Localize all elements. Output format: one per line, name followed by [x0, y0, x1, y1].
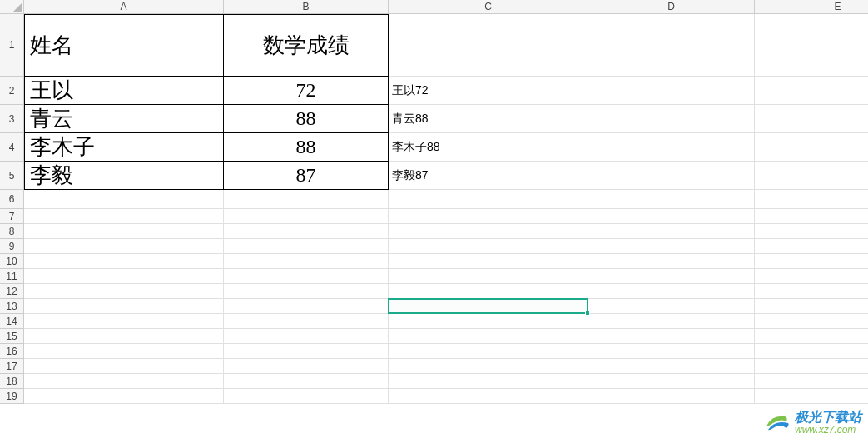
row-header-16[interactable]: 16 [0, 344, 24, 359]
column-header-B[interactable]: B [224, 0, 389, 14]
cell-D5[interactable] [588, 162, 755, 190]
cell-E1[interactable] [755, 14, 868, 77]
row-header-19[interactable]: 19 [0, 389, 24, 404]
cell-D16[interactable] [588, 344, 755, 359]
cell-D19[interactable] [588, 389, 755, 404]
cell-A10[interactable] [24, 254, 224, 269]
row-header-8[interactable]: 8 [0, 224, 24, 239]
cell-E6[interactable] [755, 190, 868, 209]
cell-D9[interactable] [588, 239, 755, 254]
cell-E19[interactable] [755, 389, 868, 404]
cell-C10[interactable] [389, 254, 588, 269]
cell-D7[interactable] [588, 209, 755, 224]
cell-C5[interactable]: 李毅87 [389, 162, 588, 190]
cell-C16[interactable] [389, 344, 588, 359]
row-header-11[interactable]: 11 [0, 269, 24, 284]
cell-A8[interactable] [24, 224, 224, 239]
cell-D6[interactable] [588, 190, 755, 209]
cell-D8[interactable] [588, 224, 755, 239]
cell-B13[interactable] [224, 299, 389, 314]
row-header-18[interactable]: 18 [0, 374, 24, 389]
cell-D13[interactable] [588, 299, 755, 314]
cell-B7[interactable] [224, 209, 389, 224]
cell-A18[interactable] [24, 374, 224, 389]
column-header-C[interactable]: C [389, 0, 588, 14]
cell-C17[interactable] [389, 359, 588, 374]
cell-A19[interactable] [24, 389, 224, 404]
cell-C2[interactable]: 王以72 [389, 77, 588, 105]
cell-A1[interactable]: 姓名 [24, 14, 224, 77]
cell-A12[interactable] [24, 284, 224, 299]
cell-D4[interactable] [588, 133, 755, 162]
row-header-5[interactable]: 5 [0, 162, 24, 190]
cell-B10[interactable] [224, 254, 389, 269]
cell-C6[interactable] [389, 190, 588, 209]
cell-B1[interactable]: 数学成绩 [224, 14, 389, 77]
cell-C7[interactable] [389, 209, 588, 224]
cell-D18[interactable] [588, 374, 755, 389]
cell-E11[interactable] [755, 269, 868, 284]
cell-E16[interactable] [755, 344, 868, 359]
cell-D14[interactable] [588, 314, 755, 329]
cell-B15[interactable] [224, 329, 389, 344]
cell-A15[interactable] [24, 329, 224, 344]
row-header-12[interactable]: 12 [0, 284, 24, 299]
cell-A11[interactable] [24, 269, 224, 284]
cell-C18[interactable] [389, 374, 588, 389]
cell-A16[interactable] [24, 344, 224, 359]
cell-E8[interactable] [755, 224, 868, 239]
row-header-7[interactable]: 7 [0, 209, 24, 224]
cell-E10[interactable] [755, 254, 868, 269]
cell-D2[interactable] [588, 77, 755, 105]
cell-C13[interactable] [389, 299, 588, 314]
cell-E17[interactable] [755, 359, 868, 374]
cell-C1[interactable] [389, 14, 588, 77]
cell-E9[interactable] [755, 239, 868, 254]
cell-C3[interactable]: 青云88 [389, 105, 588, 133]
cell-A7[interactable] [24, 209, 224, 224]
cell-A14[interactable] [24, 314, 224, 329]
cell-A13[interactable] [24, 299, 224, 314]
cell-B3[interactable]: 88 [224, 105, 389, 133]
cell-E3[interactable] [755, 105, 868, 133]
cell-D17[interactable] [588, 359, 755, 374]
cell-C12[interactable] [389, 284, 588, 299]
cell-D11[interactable] [588, 269, 755, 284]
row-header-2[interactable]: 2 [0, 77, 24, 105]
spreadsheet[interactable]: ABCDE 12345678910111213141516171819 姓名数学… [0, 0, 868, 438]
cell-B19[interactable] [224, 389, 389, 404]
row-header-3[interactable]: 3 [0, 105, 24, 133]
cell-A2[interactable]: 王以 [24, 77, 224, 105]
cell-D1[interactable] [588, 14, 755, 77]
cell-D12[interactable] [588, 284, 755, 299]
row-header-13[interactable]: 13 [0, 299, 24, 314]
cell-E13[interactable] [755, 299, 868, 314]
cell-B8[interactable] [224, 224, 389, 239]
cell-B16[interactable] [224, 344, 389, 359]
cell-A3[interactable]: 青云 [24, 105, 224, 133]
cell-A9[interactable] [24, 239, 224, 254]
cell-E5[interactable] [755, 162, 868, 190]
cell-A6[interactable] [24, 190, 224, 209]
cell-D3[interactable] [588, 105, 755, 133]
cell-B2[interactable]: 72 [224, 77, 389, 105]
cell-B11[interactable] [224, 269, 389, 284]
cell-B5[interactable]: 87 [224, 162, 389, 190]
cell-C4[interactable]: 李木子88 [389, 133, 588, 162]
cell-B4[interactable]: 88 [224, 133, 389, 162]
cell-E15[interactable] [755, 329, 868, 344]
cell-E18[interactable] [755, 374, 868, 389]
cell-A5[interactable]: 李毅 [24, 162, 224, 190]
cell-C9[interactable] [389, 239, 588, 254]
cell-A4[interactable]: 李木子 [24, 133, 224, 162]
row-header-1[interactable]: 1 [0, 14, 24, 77]
cell-C8[interactable] [389, 224, 588, 239]
cell-C14[interactable] [389, 314, 588, 329]
row-header-15[interactable]: 15 [0, 329, 24, 344]
cell-E2[interactable] [755, 77, 868, 105]
row-header-6[interactable]: 6 [0, 190, 24, 209]
cell-C11[interactable] [389, 269, 588, 284]
column-header-A[interactable]: A [24, 0, 224, 14]
column-header-D[interactable]: D [588, 0, 755, 14]
cell-E14[interactable] [755, 314, 868, 329]
